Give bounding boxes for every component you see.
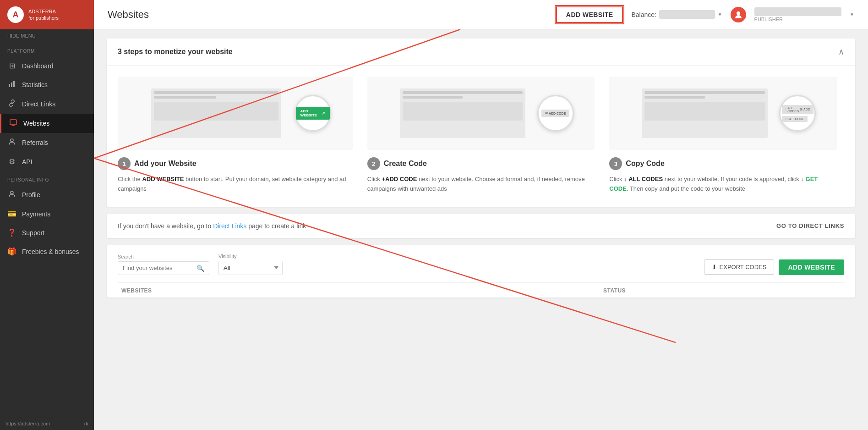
header: Websites ADD WEBSITE Balance: ████████ ▼… (94, 0, 868, 29)
statistics-icon (7, 80, 16, 89)
filter-actions: ⬇ EXPORT CODES ADD WEBSITE (704, 259, 844, 275)
svg-point-6 (737, 11, 740, 15)
step-3-title: 3 Copy Code (609, 157, 837, 170)
svg-point-5 (11, 191, 13, 194)
sidebar-item-profile[interactable]: Profile (0, 185, 94, 204)
direct-links-link[interactable]: Direct Links (213, 222, 246, 230)
step-3-illustration: ↑ALL CODES⊞ADD ↓GET CODE (609, 77, 837, 150)
balance-amount: ████████ (659, 10, 715, 19)
step-1-desc: Click the ADD WEBSITE button to start. P… (118, 175, 353, 194)
platform-section-label: PLATFORM (0, 42, 94, 56)
logo-text: ADSTERRA for publishers (28, 8, 59, 22)
balance-dropdown-icon[interactable]: ▼ (718, 12, 722, 17)
search-label: Search (118, 254, 209, 259)
sidebar-item-dashboard[interactable]: ⊞ Dashboard (0, 56, 94, 75)
sidebar-item-referrals[interactable]: Referrals (0, 133, 94, 152)
search-group: Search 🔍 (118, 254, 209, 275)
filter-row: Search 🔍 Visibility All Active Inactive … (118, 254, 844, 282)
svg-point-4 (11, 139, 13, 142)
referrals-icon (7, 138, 16, 147)
step-1: ADD WEBSITE ↗ 1 Add your Website Click t… (118, 77, 360, 194)
api-icon: ⚙ (7, 157, 16, 166)
svg-rect-3 (10, 120, 16, 125)
table-col-websites: Websites (118, 287, 600, 294)
header-right: ADD WEBSITE Balance: ████████ ▼ ████████… (556, 6, 854, 23)
visibility-group: Visibility All Active Inactive Pending (218, 254, 283, 275)
support-icon: ❓ (7, 228, 16, 237)
add-website-illustration-btn: ADD WEBSITE ↗ (296, 107, 330, 120)
personal-info-section-label: PERSONAL INFO (0, 171, 94, 185)
sidebar-item-websites[interactable]: Websites (0, 114, 94, 133)
visibility-select[interactable]: All Active Inactive Pending (218, 261, 283, 275)
search-input[interactable] (123, 265, 194, 271)
steps-card: 3 steps to monetize your website ∧ (107, 39, 855, 207)
search-input-wrap: 🔍 (118, 261, 209, 275)
table-header: Websites Status (118, 282, 844, 298)
page-title: Websites (108, 9, 149, 21)
sidebar-item-freebies[interactable]: 🎁 Freebies & bonuses (0, 242, 94, 261)
sidebar-item-direct-links[interactable]: Direct Links (0, 94, 94, 114)
balance-section: Balance: ████████ ▼ (631, 10, 722, 19)
step-1-badge: 1 (118, 157, 131, 170)
steps-grid: ADD WEBSITE ↗ 1 Add your Website Click t… (107, 66, 855, 207)
export-icon: ⬇ (712, 264, 717, 270)
user-dropdown-icon[interactable]: ▼ (850, 12, 854, 17)
sidebar-item-payments[interactable]: 💳 Payments (0, 204, 94, 223)
collapse-button[interactable]: ∧ (838, 47, 844, 57)
svg-rect-2 (13, 81, 15, 87)
export-codes-button[interactable]: ⬇ EXPORT CODES (704, 259, 775, 275)
sidebar-logo: A ADSTERRA for publishers (0, 0, 94, 29)
search-icon: 🔍 (197, 265, 204, 272)
sidebar-footer: https://adsterra.com rk (0, 417, 94, 430)
sidebar-item-statistics[interactable]: Statistics (0, 75, 94, 94)
table-col-status: Status (600, 287, 844, 294)
step-2-badge: 2 (367, 157, 380, 170)
hide-menu-arrow-icon: ← (82, 33, 87, 39)
hide-menu-button[interactable]: HIDE MENU ← (0, 29, 94, 42)
main-content: Websites ADD WEBSITE Balance: ████████ ▼… (94, 0, 868, 430)
user-info: ████████████ PUBLISHER (754, 7, 842, 22)
payments-icon: 💳 (7, 209, 16, 218)
step-3: ↑ALL CODES⊞ADD ↓GET CODE 3 Copy Code Cli… (602, 77, 844, 194)
content-area: 3 steps to monetize your website ∧ (94, 29, 868, 430)
step-2-desc: Click +ADD CODE next to your website. Ch… (367, 175, 595, 194)
direct-links-banner: If you don't have a website, go to Direc… (107, 214, 855, 238)
sidebar-item-support[interactable]: ❓ Support (0, 223, 94, 242)
visibility-label: Visibility (218, 254, 283, 259)
username: ████████████ (754, 7, 842, 16)
logo-icon: A (7, 6, 24, 23)
sidebar-item-api[interactable]: ⚙ API (0, 152, 94, 171)
freebies-icon: 🎁 (7, 247, 16, 256)
add-website-bottom-button[interactable]: ADD WEBSITE (779, 259, 844, 275)
add-code-illustration-btn: ⊞ ADD CODE (541, 110, 569, 117)
profile-icon (7, 190, 16, 199)
avatar (731, 7, 746, 22)
step-3-badge: 3 (609, 157, 622, 170)
steps-card-header: 3 steps to monetize your website ∧ (107, 39, 855, 66)
step-1-illustration: ADD WEBSITE ↗ (118, 77, 353, 150)
svg-rect-1 (11, 83, 12, 87)
add-website-header-button[interactable]: ADD WEBSITE (556, 6, 623, 23)
websites-icon (9, 119, 18, 128)
sidebar: A ADSTERRA for publishers HIDE MENU ← PL… (0, 0, 94, 430)
dashboard-icon: ⊞ (7, 61, 16, 70)
direct-links-icon (7, 99, 16, 109)
step-1-title: 1 Add your Website (118, 157, 353, 170)
step-2: ⊞ ADD CODE 2 Create Code Click +ADD CODE… (360, 77, 602, 194)
sidebar-nav: HIDE MENU ← PLATFORM ⊞ Dashboard Statist… (0, 29, 94, 417)
filter-section: Search 🔍 Visibility All Active Inactive … (107, 245, 855, 298)
step-2-illustration: ⊞ ADD CODE (367, 77, 595, 150)
step-2-title: 2 Create Code (367, 157, 595, 170)
svg-rect-0 (9, 84, 10, 87)
go-to-direct-links-button[interactable]: GO TO DIRECT LINKS (776, 222, 844, 229)
step-3-desc: Click ↓ ALL CODES next to your website. … (609, 175, 837, 194)
direct-links-text: If you don't have a website, go to Direc… (118, 222, 306, 230)
code-panel-illustration: ↑ALL CODES⊞ADD ↓GET CODE (779, 102, 816, 125)
steps-card-title: 3 steps to monetize your website (118, 48, 233, 56)
